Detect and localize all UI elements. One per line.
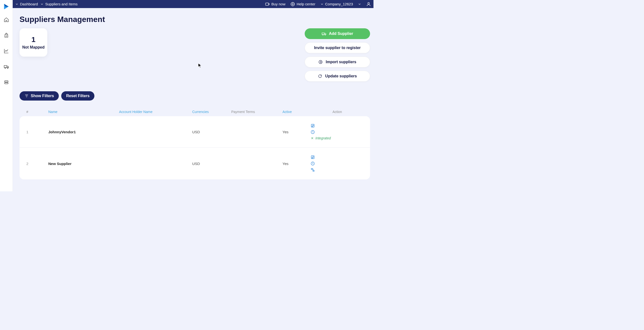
breadcrumb-dashboard[interactable]: Dashboard [15, 2, 38, 6]
table-row: 2 New Supplier USD Yes [20, 148, 370, 179]
filter-icon [24, 94, 29, 98]
add-supplier-button[interactable]: Add Supplier [305, 28, 370, 39]
button-label: Show Filters [31, 94, 54, 98]
svg-rect-0 [4, 65, 6, 67]
history-icon[interactable] [310, 130, 315, 134]
svg-point-2 [7, 68, 8, 69]
reset-filters-button[interactable]: Reset Filters [61, 91, 94, 101]
cart-icon [265, 2, 270, 7]
invite-supplier-button[interactable]: Invite supplier to register [305, 43, 370, 53]
truck-icon[interactable] [4, 64, 9, 69]
page-title: Suppliers Management [20, 15, 370, 24]
chevron-down-icon [15, 3, 18, 6]
history-icon[interactable] [310, 161, 315, 166]
refresh-icon [318, 74, 323, 79]
company-selector[interactable]: Company_12623 [320, 2, 353, 6]
table-header: # Name Account Holder Name Currencies Pa… [20, 107, 370, 116]
import-suppliers-button[interactable]: Import suppliers [305, 57, 370, 67]
stat-card-not-mapped[interactable]: 1 Not Mapped [20, 28, 47, 57]
import-icon [318, 60, 323, 65]
cell-active: Yes [282, 162, 310, 166]
app-logo[interactable] [3, 3, 10, 10]
stat-count: 1 [32, 35, 36, 44]
table-row: 1 JohnnyVendor1 USD Yes Integrated [20, 116, 370, 148]
col-header-active[interactable]: Active [282, 110, 310, 114]
user-icon[interactable] [366, 2, 371, 7]
svg-rect-13 [311, 124, 314, 127]
button-label: Invite supplier to register [314, 46, 360, 50]
chevron-down-icon [40, 3, 44, 6]
chevron-down-icon[interactable] [358, 3, 361, 6]
col-header-name[interactable]: Name [48, 110, 119, 114]
integrated-status[interactable]: Integrated [310, 136, 363, 140]
show-filters-button[interactable]: Show Filters [20, 91, 59, 101]
edit-icon[interactable] [310, 124, 315, 128]
map-icon[interactable] [310, 168, 315, 172]
buy-now-label: Buy now [271, 2, 286, 6]
svg-rect-4 [4, 83, 8, 84]
svg-rect-17 [311, 168, 312, 170]
svg-point-1 [5, 68, 6, 69]
svg-point-11 [325, 35, 326, 35]
cell-currency: USD [192, 130, 231, 134]
breadcrumb-label: Dashboard [20, 2, 38, 6]
chart-icon[interactable] [4, 48, 9, 54]
button-label: Update suppliers [325, 74, 357, 78]
integrated-label: Integrated [316, 136, 331, 140]
col-header-currencies[interactable]: Currencies [192, 110, 231, 114]
help-label: Help center [297, 2, 316, 6]
cell-name[interactable]: JohnnyVendor1 [48, 130, 119, 134]
svg-point-8 [368, 3, 370, 4]
update-suppliers-button[interactable]: Update suppliers [305, 71, 370, 82]
server-icon[interactable] [4, 80, 9, 85]
stat-label: Not Mapped [22, 45, 45, 50]
button-label: Add Supplier [329, 32, 353, 36]
col-header-acct[interactable]: Account Holder Name [119, 110, 192, 114]
sidebar [0, 0, 13, 191]
svg-rect-18 [313, 170, 314, 172]
svg-rect-5 [266, 3, 269, 5]
help-icon [290, 2, 295, 7]
col-header-index: # [26, 110, 48, 114]
cell-index: 1 [26, 130, 48, 134]
col-header-payment: Payment Terms [231, 110, 282, 114]
company-label: Company_12623 [325, 2, 353, 6]
edit-icon[interactable] [310, 155, 315, 159]
suppliers-table: # Name Account Holder Name Currencies Pa… [20, 107, 370, 179]
button-label: Import suppliers [326, 60, 356, 64]
home-icon[interactable] [4, 17, 9, 23]
chevron-down-icon [320, 3, 324, 6]
button-label: Reset Filters [66, 94, 90, 98]
svg-point-10 [323, 35, 324, 35]
topbar: Dashboard Suppliers and Items Buy now He… [13, 0, 374, 8]
svg-rect-15 [311, 156, 314, 159]
cell-active: Yes [282, 130, 310, 134]
cell-name[interactable]: New Supplier [48, 162, 119, 166]
bag-icon[interactable] [4, 33, 9, 38]
help-center-link[interactable]: Help center [290, 2, 316, 7]
cell-currency: USD [192, 162, 231, 166]
truck-icon [322, 31, 326, 36]
breadcrumb-suppliers[interactable]: Suppliers and Items [40, 2, 78, 6]
breadcrumb-label: Suppliers and Items [45, 2, 78, 6]
svg-rect-3 [4, 81, 8, 82]
col-header-action: Action [310, 110, 363, 114]
close-icon [310, 136, 314, 140]
cell-index: 2 [26, 162, 48, 166]
svg-rect-9 [322, 33, 324, 35]
buy-now-link[interactable]: Buy now [265, 2, 286, 7]
svg-point-7 [292, 4, 294, 5]
